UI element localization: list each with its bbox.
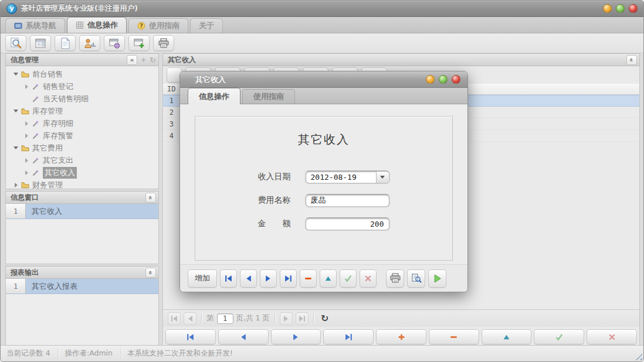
tree-label: 销售登记 xyxy=(43,81,73,92)
user-report-button[interactable] xyxy=(79,35,100,51)
first-record-button[interactable] xyxy=(220,269,237,288)
refresh-icon[interactable]: ↻ xyxy=(150,56,156,64)
dialog-maximize-button[interactable] xyxy=(439,75,448,84)
combobox-dropdown-button[interactable] xyxy=(376,172,389,183)
form-list-button[interactable] xyxy=(30,35,51,51)
next-record-button[interactable] xyxy=(260,269,277,288)
tree-item-today-sales-detail[interactable]: 当天销售明细 xyxy=(6,93,158,105)
page-next-button[interactable] xyxy=(280,312,293,325)
last-record-button[interactable] xyxy=(280,269,297,288)
window-globe-button[interactable] xyxy=(104,35,125,51)
page-prev-button[interactable] xyxy=(184,312,196,325)
amount-input[interactable] xyxy=(306,218,389,230)
expense-name-label: 费用名称 xyxy=(258,195,294,206)
print-preview-button[interactable] xyxy=(407,269,425,288)
collapse-up-button[interactable]: « xyxy=(626,55,637,65)
tree-label-selected: 其它收入 xyxy=(43,167,77,179)
dialog-close-button[interactable] xyxy=(452,75,460,84)
page-first-button[interactable] xyxy=(168,312,181,325)
row-number: 1 xyxy=(6,279,26,293)
expander-icon[interactable] xyxy=(12,183,20,187)
income-date-value: 2012-08-19 xyxy=(306,173,376,182)
tree-label: 库存管理 xyxy=(32,106,63,117)
dialog-tab-info-operation[interactable]: 信息操作 xyxy=(188,88,240,104)
page-prefix-label: 第 xyxy=(206,313,214,323)
record-last-button[interactable] xyxy=(323,329,374,344)
expander-icon[interactable] xyxy=(12,73,20,76)
income-date-label: 收入日期 xyxy=(258,172,294,182)
collapse-up-button[interactable]: « xyxy=(145,268,156,278)
dialog-tab-user-guide[interactable]: 使用指南 xyxy=(242,89,295,104)
execute-button[interactable] xyxy=(428,269,446,288)
record-confirm-button[interactable] xyxy=(534,329,584,344)
collapse-up-button[interactable]: « xyxy=(145,193,156,203)
record-prev-button[interactable] xyxy=(218,329,269,344)
expense-name-input[interactable] xyxy=(306,195,389,206)
dialog-tabbar: 信息操作 使用指南 xyxy=(180,88,467,104)
tree-item-finance-mgmt[interactable]: 财务管理 xyxy=(6,179,158,189)
monitor-icon xyxy=(14,22,22,29)
add-button[interactable]: 增加 xyxy=(188,269,217,288)
delete-record-button[interactable] xyxy=(300,269,317,288)
tree-item-other-payout[interactable]: 其它支出 xyxy=(6,154,158,166)
record-first-button[interactable] xyxy=(165,329,216,344)
income-date-combobox[interactable]: 2012-08-19 xyxy=(305,170,390,184)
expander-icon[interactable] xyxy=(12,146,20,149)
record-next-button[interactable] xyxy=(271,329,321,344)
collapse-left-button[interactable]: « xyxy=(127,55,137,65)
record-edit-button[interactable] xyxy=(482,329,532,344)
close-button[interactable] xyxy=(629,4,638,13)
user-report-icon xyxy=(84,38,96,49)
window-add-button[interactable] xyxy=(128,35,150,51)
print-button[interactable] xyxy=(386,269,404,288)
document-button[interactable] xyxy=(55,35,76,51)
column-header-id[interactable]: ID xyxy=(163,84,178,94)
tab-user-guide[interactable]: 使用指南 xyxy=(128,18,188,33)
tree-item-front-sales[interactable]: 前台销售 xyxy=(6,68,158,80)
tab-label: 系统导航 xyxy=(26,21,56,31)
list-item[interactable]: 1 其它收入报表 xyxy=(6,279,158,294)
tab-about[interactable]: 关于 xyxy=(190,18,223,33)
tree-item-other-income[interactable]: 其它收入 xyxy=(6,166,158,179)
maximize-button[interactable] xyxy=(616,4,625,13)
record-cancel-button[interactable] xyxy=(587,329,637,344)
confirm-button[interactable] xyxy=(340,269,357,288)
edit-record-button[interactable] xyxy=(320,269,337,288)
page-number-input[interactable] xyxy=(217,313,233,324)
main-tabbar: 系统导航 信息操作 使用指南 关于 xyxy=(1,17,643,33)
search-preview-button[interactable] xyxy=(5,35,26,51)
tree-item-inventory-mgmt[interactable]: 库存管理 xyxy=(6,105,158,117)
tree-item-other-expense-folder[interactable]: 其它费用 xyxy=(6,142,158,154)
tree-label: 当天销售明细 xyxy=(43,94,89,104)
record-add-button[interactable] xyxy=(376,329,426,344)
printer-button[interactable] xyxy=(153,35,174,51)
add-icon[interactable]: ＋ xyxy=(140,54,147,65)
tree-label: 库存预警 xyxy=(43,131,73,141)
record-delete-button[interactable] xyxy=(429,329,479,344)
navigation-tree: 前台销售 销售登记 当天销售明细 库存管理 库存明细 xyxy=(5,66,159,189)
panel-title: 信息窗口 xyxy=(11,193,39,203)
page-last-button[interactable] xyxy=(296,312,309,325)
cancel-button[interactable] xyxy=(360,269,377,288)
expander-icon[interactable] xyxy=(22,121,30,126)
expander-icon[interactable] xyxy=(22,158,30,163)
tree-item-sales-register[interactable]: 销售登记 xyxy=(6,80,158,93)
dialog-minimize-button[interactable] xyxy=(426,75,435,84)
refresh-icon[interactable]: ↻ xyxy=(321,313,328,324)
prev-record-button[interactable] xyxy=(240,269,257,288)
status-operator: 操作者:Admin xyxy=(59,349,121,359)
expander-icon[interactable] xyxy=(12,110,20,112)
expander-icon[interactable] xyxy=(22,170,30,175)
dialog-titlebar[interactable]: 其它收入 xyxy=(180,71,467,88)
minimize-button[interactable] xyxy=(603,4,612,13)
expander-icon[interactable] xyxy=(22,84,30,89)
tab-system-nav[interactable]: 系统导航 xyxy=(5,18,65,33)
printer-icon xyxy=(389,273,401,284)
expander-icon[interactable] xyxy=(22,134,30,138)
help-icon xyxy=(137,22,145,30)
tree-item-inventory-warning[interactable]: 库存预警 xyxy=(6,129,158,142)
tree-item-inventory-detail[interactable]: 库存明细 xyxy=(6,117,158,129)
tab-info-operation[interactable]: 信息操作 xyxy=(67,17,127,33)
tree-label: 其它费用 xyxy=(32,143,63,153)
list-item[interactable]: 1 其它收入 xyxy=(6,204,158,219)
